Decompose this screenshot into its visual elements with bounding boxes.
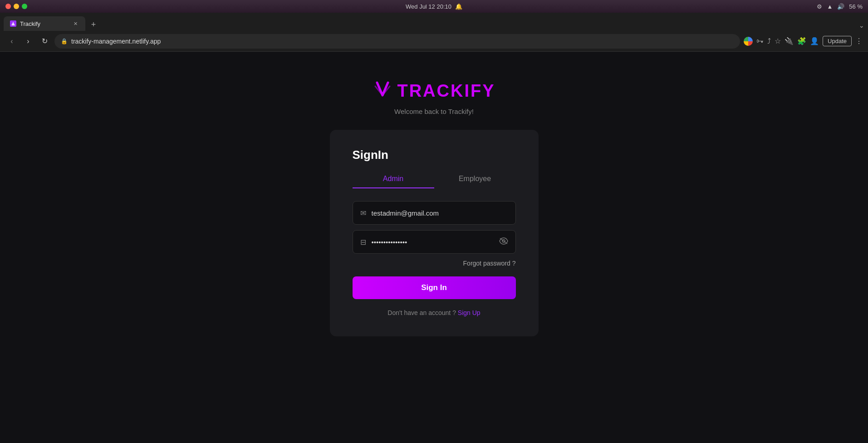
- titlebar-right: ⚙ ▲ 🔊 56 %: [817, 3, 863, 10]
- role-tabs: Admin Employee: [353, 175, 516, 188]
- update-button[interactable]: Update: [823, 36, 852, 46]
- signin-title: SignIn: [353, 148, 516, 162]
- minimize-window-button[interactable]: [14, 4, 19, 9]
- google-icon[interactable]: [744, 37, 753, 46]
- menu-icon[interactable]: ⋮: [855, 37, 863, 45]
- maximize-window-button[interactable]: [22, 4, 27, 9]
- key-icon[interactable]: 🗝: [756, 37, 764, 45]
- window-controls: [5, 4, 27, 9]
- alarm-icon: 🔔: [455, 3, 462, 10]
- titlebar-center: Wed Jul 12 20:10 🔔: [406, 3, 462, 10]
- forgot-password-link[interactable]: Forgot password ?: [463, 260, 516, 267]
- star-icon[interactable]: ☆: [775, 37, 781, 45]
- address-text: trackify-management.netlify.app: [71, 38, 161, 45]
- new-tab-button[interactable]: +: [87, 18, 100, 31]
- tab-close-button[interactable]: ✕: [72, 20, 79, 27]
- settings-icon: ⚙: [817, 3, 822, 10]
- refresh-button[interactable]: ↻: [38, 35, 51, 48]
- titlebar: Wed Jul 12 20:10 🔔 ⚙ ▲ 🔊 56 %: [0, 0, 868, 13]
- password-icon: ⊟: [360, 238, 366, 246]
- puzzle-icon[interactable]: 🧩: [797, 37, 806, 45]
- forgot-password-row: Forgot password ?: [353, 259, 516, 267]
- extension-icon[interactable]: 🔌: [785, 37, 794, 45]
- address-bar[interactable]: 🔒 trackify-management.netlify.app: [54, 34, 740, 49]
- password-toggle-icon[interactable]: [499, 237, 508, 246]
- chrome-tabbar: Trackify ✕ + ⌄: [0, 13, 868, 31]
- back-button[interactable]: ‹: [5, 35, 18, 48]
- tab-scroll-icon: ⌄: [859, 22, 864, 29]
- wifi-icon: ▲: [827, 3, 833, 10]
- signup-link[interactable]: Sign Up: [458, 309, 481, 316]
- app-subtitle: Welcome back to Trackify!: [394, 108, 474, 115]
- tab-favicon: [10, 20, 16, 27]
- titlebar-datetime: Wed Jul 12 20:10: [406, 3, 451, 10]
- main-content: TRACKIFY Welcome back to Trackify! SignI…: [0, 52, 868, 443]
- volume-icon: 🔊: [837, 3, 844, 10]
- lock-icon: 🔒: [61, 38, 68, 44]
- email-field[interactable]: ✉: [353, 201, 516, 225]
- app-name: TRACKIFY: [397, 81, 495, 101]
- signup-prompt: Don't have an account ?: [387, 309, 456, 316]
- signin-card: SignIn Admin Employee ✉ ⊟ Forgot: [330, 130, 539, 336]
- battery-label: 56 %: [849, 3, 863, 10]
- password-field[interactable]: ⊟: [353, 230, 516, 254]
- traffic-lights: [5, 4, 27, 9]
- logo-section: TRACKIFY Welcome back to Trackify!: [373, 79, 495, 115]
- logo-row: TRACKIFY: [373, 79, 495, 103]
- profile-icon[interactable]: 👤: [810, 37, 819, 45]
- tab-title: Trackify: [20, 20, 40, 27]
- email-input[interactable]: [372, 209, 508, 217]
- signin-button[interactable]: Sign In: [353, 276, 516, 299]
- browser-tab[interactable]: Trackify ✕: [4, 16, 85, 31]
- tab-right-controls: ⌄: [859, 22, 864, 31]
- chrome-addressbar: ‹ › ↻ 🔒 trackify-management.netlify.app …: [0, 31, 868, 52]
- tab-admin[interactable]: Admin: [353, 175, 434, 188]
- email-icon: ✉: [360, 209, 366, 217]
- signup-row: Don't have an account ? Sign Up: [353, 309, 516, 316]
- forward-button[interactable]: ›: [22, 35, 34, 48]
- browser-toolbar-right: 🗝 ⤴ ☆ 🔌 🧩 👤 Update ⋮: [744, 36, 863, 46]
- trackify-logo-icon: [373, 79, 392, 103]
- tab-employee[interactable]: Employee: [434, 175, 516, 188]
- close-window-button[interactable]: [5, 4, 11, 9]
- password-input[interactable]: [372, 238, 494, 246]
- share-icon[interactable]: ⤴: [767, 37, 771, 45]
